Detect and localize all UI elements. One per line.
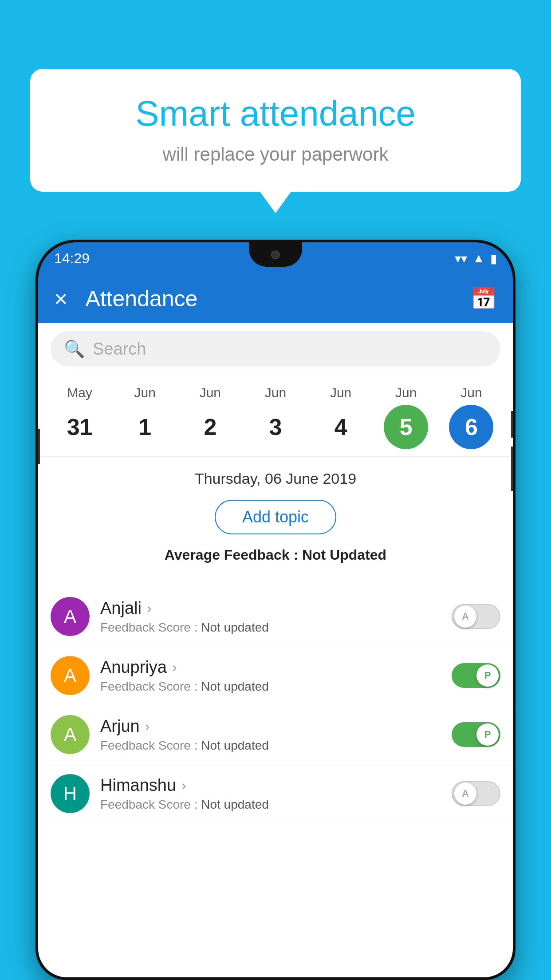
- screen-content: 🔍 Search May31Jun1Jun2Jun3Jun4Jun5Jun6 T…: [38, 323, 513, 977]
- avatar: H: [51, 774, 90, 813]
- avg-feedback-label: Average Feedback :: [165, 547, 298, 563]
- cal-date-number[interactable]: 5: [384, 405, 428, 449]
- power-button: [511, 411, 513, 438]
- attendance-toggle-wrap: P: [452, 663, 500, 688]
- student-info: Anjali ›Feedback Score : Not updated: [100, 599, 441, 635]
- feedback-score: Feedback Score : Not updated: [100, 620, 441, 635]
- avatar: A: [51, 715, 90, 754]
- toggle-knob: A: [454, 605, 476, 628]
- calendar-day[interactable]: Jun5: [379, 385, 433, 449]
- cal-month-label: Jun: [395, 385, 417, 400]
- close-button[interactable]: ×: [54, 285, 67, 312]
- student-info: Himanshu ›Feedback Score : Not updated: [100, 776, 441, 812]
- feedback-score: Feedback Score : Not updated: [100, 680, 441, 694]
- app-bar: × Attendance 📅: [38, 274, 513, 323]
- calendar-day[interactable]: May31: [53, 385, 106, 449]
- cal-date-number[interactable]: 3: [253, 405, 298, 449]
- calendar-day[interactable]: Jun3: [249, 385, 302, 449]
- calendar-day[interactable]: Jun4: [314, 385, 367, 449]
- bubble-title: Smart attendance: [57, 93, 494, 134]
- cal-date-number[interactable]: 31: [58, 405, 102, 449]
- attendance-toggle[interactable]: A: [452, 604, 500, 629]
- cal-date-number[interactable]: 6: [449, 405, 493, 449]
- cal-date-number[interactable]: 2: [188, 405, 232, 449]
- student-item: AAnupriya ›Feedback Score : Not updatedP: [38, 646, 513, 705]
- volume-button: [38, 429, 40, 464]
- cal-month-label: Jun: [330, 385, 351, 400]
- student-item: AAnjali ›Feedback Score : Not updatedA: [38, 587, 513, 646]
- cal-month-label: Jun: [265, 385, 286, 400]
- chevron-right-icon: ›: [147, 600, 152, 616]
- speech-bubble: Smart attendance will replace your paper…: [30, 69, 521, 192]
- cal-month-label: Jun: [200, 385, 221, 400]
- student-item: HHimanshu ›Feedback Score : Not updatedA: [38, 764, 513, 823]
- feedback-value: Not updated: [201, 680, 269, 693]
- student-name[interactable]: Anjali ›: [100, 599, 441, 618]
- toggle-knob: P: [476, 723, 499, 746]
- student-name[interactable]: Anupriya ›: [100, 658, 441, 677]
- attendance-toggle-wrap: A: [452, 781, 500, 806]
- chevron-right-icon: ›: [145, 718, 150, 735]
- status-icons: ▾▾ ▲ ▮: [455, 251, 497, 266]
- chevron-right-icon: ›: [181, 777, 186, 794]
- toggle-knob: A: [454, 782, 476, 805]
- add-topic-button[interactable]: Add topic: [215, 500, 336, 534]
- calendar-day[interactable]: Jun2: [184, 385, 237, 449]
- chevron-right-icon: ›: [172, 659, 177, 676]
- status-time: 14:29: [54, 250, 90, 267]
- calendar-icon[interactable]: 📅: [470, 286, 497, 311]
- cal-month-label: May: [67, 385, 92, 400]
- feedback-value: Not updated: [201, 798, 269, 811]
- avg-feedback: Average Feedback : Not Updated: [51, 547, 500, 563]
- phone-frame: 14:29 ▾▾ ▲ ▮ × Attendance 📅 🔍 Search: [35, 240, 516, 980]
- student-name[interactable]: Himanshu ›: [100, 776, 441, 795]
- attendance-toggle[interactable]: P: [452, 663, 500, 688]
- attendance-toggle-wrap: P: [452, 722, 500, 747]
- volume-down-button: [511, 447, 513, 491]
- avg-feedback-value: Not Updated: [302, 547, 386, 563]
- battery-icon: ▮: [490, 251, 497, 266]
- cal-date-number[interactable]: 4: [319, 405, 363, 449]
- search-bar[interactable]: 🔍 Search: [51, 331, 500, 367]
- calendar-strip: May31Jun1Jun2Jun3Jun4Jun5Jun6: [38, 375, 513, 457]
- search-container: 🔍 Search: [38, 323, 513, 375]
- calendar-day[interactable]: Jun1: [118, 385, 172, 449]
- speech-bubble-container: Smart attendance will replace your paper…: [30, 69, 521, 192]
- notch: [249, 242, 302, 267]
- attendance-toggle[interactable]: A: [452, 781, 500, 806]
- student-info: Anupriya ›Feedback Score : Not updated: [100, 658, 441, 694]
- selected-date-label: Thursday, 06 June 2019: [51, 470, 500, 487]
- feedback-value: Not updated: [201, 620, 269, 634]
- signal-icon: ▲: [472, 251, 485, 265]
- cal-month-label: Jun: [460, 385, 482, 400]
- content-area: Thursday, 06 June 2019 Add topic Average…: [38, 457, 513, 587]
- attendance-toggle-wrap: A: [452, 604, 500, 629]
- feedback-score: Feedback Score : Not updated: [100, 739, 441, 753]
- student-name[interactable]: Arjun ›: [100, 717, 441, 736]
- avatar: A: [51, 656, 90, 695]
- search-icon: 🔍: [64, 339, 85, 359]
- feedback-score: Feedback Score : Not updated: [100, 798, 441, 812]
- bubble-subtitle: will replace your paperwork: [57, 144, 494, 165]
- wifi-icon: ▾▾: [455, 251, 467, 266]
- feedback-value: Not updated: [201, 739, 269, 752]
- search-placeholder: Search: [93, 340, 146, 359]
- app-title: Attendance: [85, 286, 453, 312]
- cal-date-number[interactable]: 1: [123, 405, 167, 449]
- attendance-toggle[interactable]: P: [452, 722, 500, 747]
- toggle-knob: P: [476, 664, 499, 687]
- front-camera: [271, 250, 280, 259]
- cal-month-label: Jun: [134, 385, 156, 400]
- student-info: Arjun ›Feedback Score : Not updated: [100, 717, 441, 753]
- calendar-day[interactable]: Jun6: [445, 385, 498, 449]
- student-list: AAnjali ›Feedback Score : Not updatedAAA…: [38, 587, 513, 823]
- avatar: A: [51, 597, 90, 636]
- status-bar: 14:29 ▾▾ ▲ ▮: [38, 242, 513, 274]
- student-item: AArjun ›Feedback Score : Not updatedP: [38, 705, 513, 764]
- phone-inner: 14:29 ▾▾ ▲ ▮ × Attendance 📅 🔍 Search: [38, 242, 513, 977]
